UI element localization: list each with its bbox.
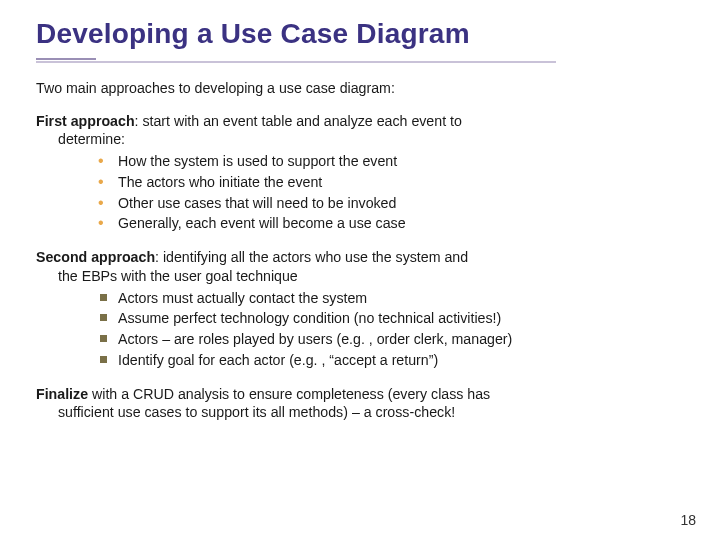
list-item: Generally, each event will become a use … (98, 213, 684, 234)
page-number: 18 (680, 512, 696, 528)
slide-body: Two main approaches to developing a use … (36, 79, 684, 422)
list-item: Assume perfect technology condition (no … (98, 308, 684, 329)
title-underline (36, 58, 684, 63)
second-approach-text2: the EBPs with the user goal technique (58, 267, 684, 286)
finalize-body: with a CRUD analysis to ensure completen… (88, 386, 490, 402)
list-item: Actors must actually contact the system (98, 288, 684, 309)
first-approach-lead: First approach: start with an event tabl… (36, 112, 684, 149)
list-item: Actors – are roles played by users (e.g.… (98, 329, 684, 350)
first-approach-text: : start with an event table and analyze … (135, 113, 462, 129)
list-item: The actors who initiate the event (98, 172, 684, 193)
slide-title: Developing a Use Case Diagram (36, 18, 684, 50)
first-approach: First approach: start with an event tabl… (36, 112, 684, 234)
finalize-text: Finalize with a CRUD analysis to ensure … (36, 385, 684, 422)
finalize-body2: sufficient use cases to support its all … (58, 403, 684, 422)
list-item: Identify goal for each actor (e.g. , “ac… (98, 350, 684, 371)
second-approach-lead: Second approach: identifying all the act… (36, 248, 684, 285)
second-approach-label: Second approach (36, 249, 155, 265)
second-approach-bullets: Actors must actually contact the system … (36, 288, 684, 371)
intro-text: Two main approaches to developing a use … (36, 79, 684, 98)
second-approach-text: : identifying all the actors who use the… (155, 249, 468, 265)
first-approach-bullets: How the system is used to support the ev… (36, 151, 684, 234)
list-item: Other use cases that will need to be inv… (98, 193, 684, 214)
finalize-label: Finalize (36, 386, 88, 402)
slide: Developing a Use Case Diagram Two main a… (0, 0, 720, 432)
second-approach: Second approach: identifying all the act… (36, 248, 684, 370)
list-item: How the system is used to support the ev… (98, 151, 684, 172)
first-approach-text2: determine: (58, 130, 684, 149)
first-approach-label: First approach (36, 113, 135, 129)
